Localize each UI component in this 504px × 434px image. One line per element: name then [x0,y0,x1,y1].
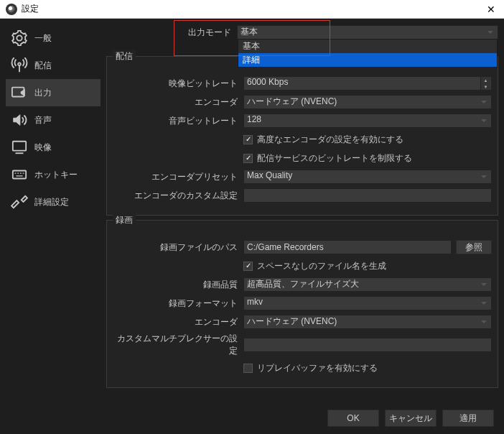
speaker-icon [10,112,29,128]
replay-buffer-checkbox[interactable] [243,364,253,373]
audio-bitrate-label: 音声ビットレート [113,115,243,127]
keyboard-icon [10,167,29,183]
gear-icon [10,30,29,46]
sidebar-item-label: 出力 [34,87,52,99]
recording-path-input[interactable] [243,240,452,254]
sidebar-item-label: 配信 [34,60,52,72]
streaming-encoder-select[interactable]: ハードウェア (NVENC) [243,95,492,109]
content-panel: 出力モード 基本 基本 詳細 配信 映像ビットレート 6000 K [106,24,498,404]
enforce-service-checkbox-label: 配信サービスのビットレートを制限する [257,152,412,165]
titlebar: 設定 ✕ [0,0,504,19]
output-mode-label: 出力モード [106,27,237,39]
streaming-group: 配信 映像ビットレート 6000 Kbps ▲▼ エンコーダ ハードウェア (N… [106,56,498,216]
no-space-filename-label: スペースなしのファイル名を生成 [257,260,386,272]
custom-encoder-input[interactable] [243,188,492,203]
ok-button[interactable]: OK [327,410,379,427]
apply-button[interactable]: 適用 [442,410,494,427]
streaming-encoder-label: エンコーダ [113,96,243,108]
antenna-icon [10,57,29,73]
recording-encoder-select[interactable]: ハードウェア (NVENC) [243,315,492,329]
output-mode-value: 基本 [241,27,258,37]
recording-format-label: 録画フォーマット [113,297,243,310]
output-mode-select[interactable]: 基本 基本 詳細 [237,25,498,40]
encoder-preset-label: エンコーダプリセット [113,171,243,183]
video-bitrate-input[interactable]: 6000 Kbps ▲▼ [243,76,492,91]
sidebar-item-stream[interactable]: 配信 [6,52,101,79]
browse-button[interactable]: 参照 [456,240,492,254]
tools-icon [10,194,29,210]
advanced-encoder-checkbox[interactable] [243,135,253,144]
sidebar-item-label: ホットキー [34,169,78,181]
spin-up[interactable]: ▲ [480,77,490,83]
sidebar-item-label: 一般 [34,32,52,45]
sidebar-item-label: 詳細設定 [34,196,69,208]
sidebar-item-audio[interactable]: 音声 [6,106,101,134]
sidebar-item-label: 映像 [34,142,52,154]
cancel-button[interactable]: キャンセル [385,410,437,427]
recording-quality-select[interactable]: 超高品質、ファイルサイズ大 [243,277,492,292]
streaming-legend: 配信 [113,50,136,63]
sidebar-item-hotkeys[interactable]: ホットキー [6,161,101,188]
advanced-encoder-checkbox-label: 高度なエンコーダの設定を有効にする [257,134,403,146]
svg-rect-2 [13,171,26,179]
audio-bitrate-select[interactable]: 128 [243,114,492,128]
replay-buffer-label: リプレイバッファを有効にする [257,362,378,374]
encoder-preset-select[interactable]: Max Quality [243,170,492,184]
svg-rect-1 [13,142,26,151]
video-bitrate-label: 映像ビットレート [113,78,243,90]
dropdown-option-advanced[interactable]: 詳細 [238,53,497,67]
sidebar-item-advanced[interactable]: 詳細設定 [6,188,101,216]
app-icon [6,4,17,15]
recording-group: 録画 録画ファイルのパス 参照 スペースなしのファイル名を生成 録画品質 超高品… [106,220,498,388]
sidebar-item-output[interactable]: 出力 [6,79,101,106]
muxer-label: カスタムマルチプレクサーの設定 [113,333,243,357]
recording-format-select[interactable]: mkv [243,296,492,310]
muxer-input[interactable] [243,338,492,352]
sidebar: 一般 配信 出力 音声 映像 ホットキー 詳細設定 [6,24,101,404]
recording-legend: 録画 [113,214,136,226]
sidebar-item-video[interactable]: 映像 [6,134,101,161]
no-space-filename-checkbox[interactable] [243,262,253,271]
enforce-service-checkbox[interactable] [243,154,253,163]
sidebar-item-general[interactable]: 一般 [6,24,101,52]
recording-encoder-label: エンコーダ [113,316,243,328]
output-icon [10,85,29,101]
close-button[interactable]: ✕ [484,4,498,15]
custom-encoder-label: エンコーダのカスタム設定 [113,190,243,202]
monitor-icon [10,139,29,155]
spin-down[interactable]: ▼ [480,83,490,90]
output-mode-dropdown: 基本 詳細 [238,39,498,68]
window-title: 設定 [22,3,39,15]
footer: OK キャンセル 適用 [0,404,504,433]
dropdown-option-basic[interactable]: 基本 [238,40,497,53]
recording-quality-label: 録画品質 [113,279,243,291]
recording-path-label: 録画ファイルのパス [113,241,243,254]
sidebar-item-label: 音声 [34,114,52,126]
